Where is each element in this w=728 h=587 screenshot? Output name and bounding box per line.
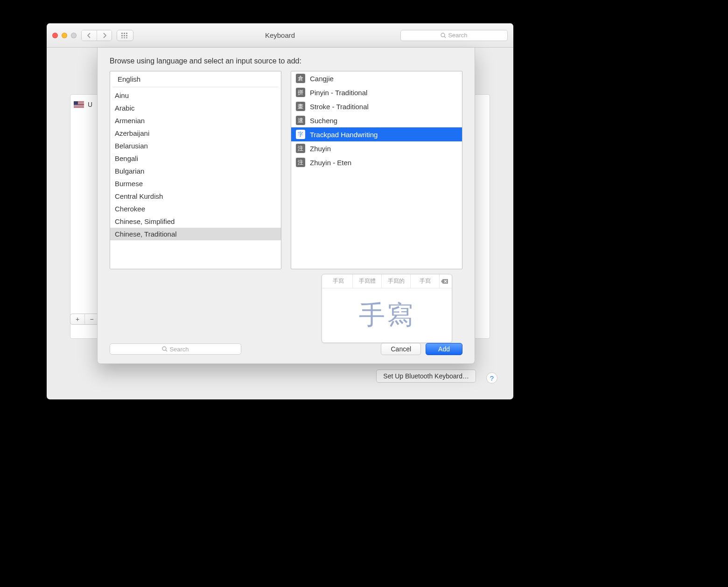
language-row[interactable]: Chinese, Simplified xyxy=(110,215,281,228)
language-row[interactable]: Azerbaijani xyxy=(110,127,281,140)
minimize-icon[interactable] xyxy=(62,33,67,38)
content-area: U + − Set Up Bluetooth Keyboard… ? Brows… xyxy=(47,48,513,399)
svg-rect-7 xyxy=(124,37,125,38)
language-row[interactable]: Chinese, Traditional xyxy=(110,228,281,240)
source-badge-icon: 速 xyxy=(296,116,305,125)
toolbar-search[interactable]: Search xyxy=(400,30,508,41)
candidate[interactable]: 手寫體 xyxy=(353,274,382,288)
sheet-footer: Search Cancel Add xyxy=(110,343,462,355)
candidate[interactable]: 手寫的 xyxy=(382,274,411,288)
language-row[interactable]: Arabic xyxy=(110,102,281,114)
preview-wrap: 手寫手寫體手寫的手寫 手寫 xyxy=(110,274,452,343)
lists-container: English AinuArabicArmenianAzerbaijaniBel… xyxy=(110,71,462,269)
language-list[interactable]: English AinuArabicArmenianAzerbaijaniBel… xyxy=(110,71,281,269)
language-row[interactable]: Central Kurdish xyxy=(110,190,281,203)
sheet-instruction: Browse using language and select an inpu… xyxy=(110,57,462,65)
handwriting-preview: 手寫手寫體手寫的手寫 手寫 xyxy=(322,274,452,343)
toolbar-search-placeholder: Search xyxy=(448,32,467,39)
candidate-bar: 手寫手寫體手寫的手寫 xyxy=(322,274,452,288)
cancel-button[interactable]: Cancel xyxy=(381,343,421,355)
svg-line-12 xyxy=(166,350,167,351)
language-row[interactable]: Bengali xyxy=(110,152,281,165)
source-badge-icon: 畫 xyxy=(296,102,305,111)
candidate[interactable]: 手寫 xyxy=(324,274,353,288)
source-badge-icon: 注 xyxy=(296,158,305,167)
candidate[interactable]: 手寫 xyxy=(411,274,440,288)
current-input-label: U xyxy=(88,101,92,108)
svg-point-9 xyxy=(441,33,445,37)
input-source-row[interactable]: 拼Pinyin - Traditional xyxy=(291,85,462,99)
current-input-row[interactable]: U xyxy=(74,101,92,108)
svg-line-10 xyxy=(444,36,446,38)
language-row[interactable]: Bulgarian xyxy=(110,165,281,177)
zoom-icon[interactable] xyxy=(71,33,77,38)
input-source-row[interactable]: 畫Stroke - Traditional xyxy=(291,99,462,113)
show-all-button[interactable] xyxy=(117,30,133,41)
svg-rect-8 xyxy=(126,37,127,38)
add-button[interactable]: Add xyxy=(426,343,462,355)
source-badge-icon: 字 xyxy=(296,130,305,139)
search-icon xyxy=(162,346,168,352)
back-button[interactable] xyxy=(82,30,97,41)
language-row[interactable]: Ainu xyxy=(110,89,281,102)
input-source-list[interactable]: 倉Cangjie拼Pinyin - Traditional畫Stroke - T… xyxy=(291,71,462,269)
source-badge-icon: 注 xyxy=(296,144,305,153)
remove-input-button[interactable]: − xyxy=(84,314,98,324)
preferences-window: Keyboard Search U + − Set Up Bluetooth K… xyxy=(47,23,513,399)
delete-icon[interactable] xyxy=(440,279,450,284)
language-row[interactable]: Burmese xyxy=(110,177,281,190)
us-flag-icon xyxy=(74,101,84,108)
nav-buttons xyxy=(81,30,112,41)
source-badge-icon: 拼 xyxy=(296,88,305,97)
source-label: Sucheng xyxy=(310,117,337,125)
traffic-lights xyxy=(52,33,77,38)
sheet-search[interactable]: Search xyxy=(110,343,241,355)
language-row[interactable]: Belarusian xyxy=(110,140,281,152)
add-input-source-sheet: Browse using language and select an inpu… xyxy=(97,48,475,364)
svg-rect-3 xyxy=(121,35,123,36)
source-label: Zhuyin - Eten xyxy=(310,159,351,167)
source-badge-icon: 倉 xyxy=(296,74,305,83)
add-remove-buttons: + − xyxy=(70,314,99,325)
svg-rect-1 xyxy=(124,33,125,34)
language-row[interactable]: Armenian xyxy=(110,114,281,127)
bluetooth-keyboard-button[interactable]: Set Up Bluetooth Keyboard… xyxy=(376,370,476,383)
input-source-row[interactable]: 字Trackpad Handwriting xyxy=(291,127,462,141)
language-row-english[interactable]: English xyxy=(113,72,278,87)
input-source-row[interactable]: 注Zhuyin xyxy=(291,141,462,155)
svg-rect-2 xyxy=(126,33,127,34)
search-icon xyxy=(441,33,446,38)
forward-button[interactable] xyxy=(97,30,112,41)
source-label: Stroke - Traditional xyxy=(310,103,369,111)
source-label: Trackpad Handwriting xyxy=(310,131,378,139)
input-source-row[interactable]: 注Zhuyin - Eten xyxy=(291,155,462,169)
source-label: Pinyin - Traditional xyxy=(310,89,367,97)
source-label: Zhuyin xyxy=(310,145,331,153)
svg-rect-0 xyxy=(121,33,123,34)
help-button[interactable]: ? xyxy=(486,372,497,384)
svg-point-11 xyxy=(162,347,166,350)
close-icon[interactable] xyxy=(52,33,58,38)
sheet-search-placeholder: Search xyxy=(169,346,189,353)
svg-rect-6 xyxy=(121,37,123,38)
input-source-row[interactable]: 倉Cangjie xyxy=(291,71,462,85)
handwriting-sample: 手寫 xyxy=(322,288,452,342)
svg-rect-5 xyxy=(126,35,127,36)
add-input-button[interactable]: + xyxy=(70,314,84,324)
titlebar: Keyboard Search xyxy=(47,23,513,48)
svg-rect-4 xyxy=(124,35,125,36)
source-label: Cangjie xyxy=(310,75,334,83)
input-source-row[interactable]: 速Sucheng xyxy=(291,113,462,127)
language-row[interactable]: Cherokee xyxy=(110,203,281,215)
